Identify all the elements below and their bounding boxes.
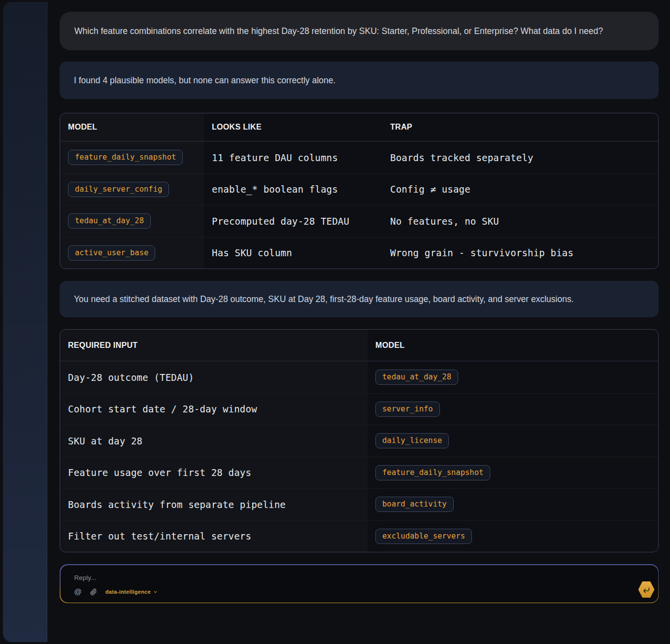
app-rail-sidebar[interactable] <box>3 2 47 642</box>
agent-selector-dropdown[interactable]: data-intelligence <box>105 589 158 595</box>
user-message-text: Which feature combinations correlate wit… <box>74 26 603 36</box>
table-row: active_user_base Has SKU column Wrong gr… <box>60 237 658 269</box>
model-badge[interactable]: tedau_at_day_28 <box>375 370 458 385</box>
trap-cell: Wrong grain - sturvivorship bias <box>382 237 658 269</box>
send-button[interactable] <box>638 581 655 599</box>
looks-like-cell: Has SKU column <box>204 237 382 269</box>
table-row: Day-28 outcome (TEDAU) tedau_at_day_28 <box>60 361 658 393</box>
user-message-bubble: Which feature combinations correlate wit… <box>60 12 659 50</box>
required-input-cell: Feature usage over first 28 days <box>60 457 368 489</box>
required-input-cell: Day-28 outcome (TEDAU) <box>60 362 368 393</box>
table-row: SKU at day 28 daily_license <box>60 425 658 457</box>
model-badge[interactable]: tedau_at_day_28 <box>68 213 151 229</box>
required-input-cell: Cohort start date / 28-day window <box>60 394 368 425</box>
column-header-model: MODEL <box>368 330 658 361</box>
model-badge[interactable]: feature_daily_snapshot <box>375 465 490 480</box>
table-row: Cohort start date / 28-day window server… <box>60 393 658 425</box>
model-badge[interactable]: feature_daily_snapshot <box>68 150 183 165</box>
reply-composer-inner: @ data-intelligence <box>61 565 658 603</box>
column-header-looks-like: LOOKS LIKE <box>204 113 382 141</box>
model-badge[interactable]: board_activity <box>375 497 454 512</box>
table-row: tedau_at_day_28 Precomputed day-28 TEDAU… <box>60 205 658 237</box>
conversation-pane: Which feature combinations correlate wit… <box>47 0 670 644</box>
required-input-cell: Boards activity from separate pipeline <box>60 489 368 520</box>
column-header-required-input: REQUIRED INPUT <box>60 330 368 361</box>
table-row: Filter out test/internal servers excluda… <box>60 520 658 552</box>
assistant-summary-bubble: You need a stitched dataset with Day-28 … <box>60 281 659 317</box>
assistant-intro-text: I found 4 plausible models, but none can… <box>74 75 335 85</box>
enter-arrow-icon <box>642 586 650 594</box>
agent-selector-label: data-intelligence <box>105 589 151 595</box>
looks-like-cell: 11 feature DAU columns <box>204 142 382 173</box>
looks-like-cell: Precomputed day-28 TEDAU <box>204 205 382 237</box>
model-badge[interactable]: excludable_servers <box>375 529 472 544</box>
reply-input[interactable] <box>74 574 559 581</box>
chevron-down-icon <box>153 590 158 594</box>
assistant-intro-bubble: I found 4 plausible models, but none can… <box>60 62 659 99</box>
required-inputs-table: REQUIRED INPUT MODEL Day-28 outcome (TED… <box>60 329 659 552</box>
model-badge[interactable]: daily_license <box>375 433 449 448</box>
assistant-summary-text: You need a stitched dataset with Day-28 … <box>74 294 574 304</box>
composer-toolbar: @ data-intelligence <box>74 588 644 596</box>
chat-page: Which feature combinations correlate wit… <box>0 0 670 644</box>
trap-cell: Boards tracked separately <box>382 142 658 173</box>
trap-cell: Config ≠ usage <box>382 174 658 205</box>
trap-cell: No features, no SKU <box>382 205 658 237</box>
model-badge[interactable]: server_info <box>375 402 440 417</box>
required-input-cell: Filter out test/internal servers <box>60 521 368 552</box>
table-row: Boards activity from separate pipeline b… <box>60 488 658 520</box>
reply-composer: @ data-intelligence <box>60 564 659 603</box>
table-row: daily_server_config enable_* boolean fla… <box>60 173 658 205</box>
table-header-row: REQUIRED INPUT MODEL <box>60 330 658 361</box>
table-header-row: MODEL LOOKS LIKE TRAP <box>60 113 658 141</box>
paperclip-icon[interactable] <box>90 588 97 596</box>
model-badge[interactable]: active_user_base <box>68 245 155 261</box>
column-header-trap: TRAP <box>382 113 658 141</box>
models-comparison-table: MODEL LOOKS LIKE TRAP feature_daily_snap… <box>60 113 659 269</box>
looks-like-cell: enable_* boolean flags <box>204 174 382 205</box>
model-badge[interactable]: daily_server_config <box>68 182 169 197</box>
table-row: feature_daily_snapshot 11 feature DAU co… <box>60 141 658 173</box>
table-row: Feature usage over first 28 days feature… <box>60 457 658 489</box>
at-sign-icon[interactable]: @ <box>74 588 82 595</box>
column-header-model: MODEL <box>60 113 204 141</box>
required-input-cell: SKU at day 28 <box>60 425 368 457</box>
